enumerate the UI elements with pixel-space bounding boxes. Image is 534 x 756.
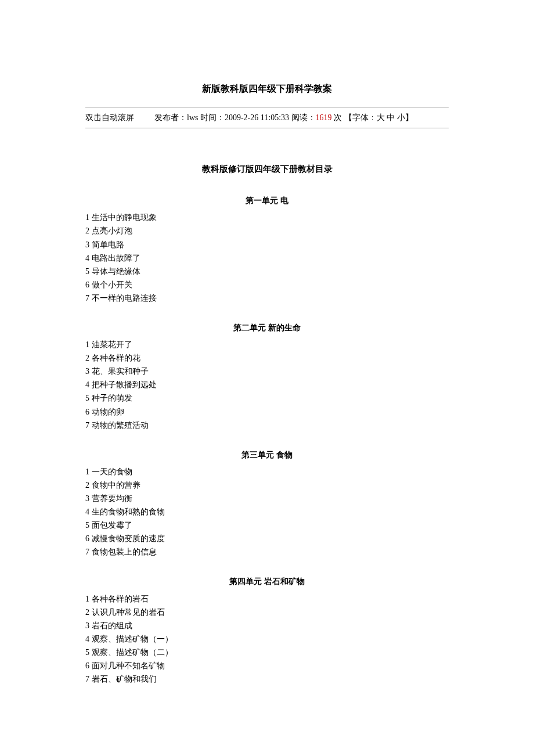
toc-list: 1 一天的食物 2 食物中的营养 3 营养要均衡 4 生的食物和熟的食物 5 面… — [85, 465, 449, 559]
toc-item: 6 动物的卵 — [85, 405, 449, 419]
unit-section: 第一单元 电 1 生活中的静电现象 2 点亮小灯泡 3 简单电路 4 电路出故障… — [85, 194, 449, 305]
document-page: 新版教科版四年级下册科学教案 双击自动滚屏 发布者：lws 时间：2009-2-… — [0, 0, 534, 744]
toc-item: 5 观察、描述矿物（二） — [85, 646, 449, 659]
toc-item: 6 减慢食物变质的速度 — [85, 532, 449, 545]
toc-item: 3 岩石的组成 — [85, 619, 449, 632]
toc-item: 4 观察、描述矿物（一） — [85, 632, 449, 646]
toc-item: 3 花、果实和种子 — [85, 365, 449, 378]
font-label: 【字体： — [344, 113, 377, 122]
meta-row: 双击自动滚屏 发布者：lws 时间：2009-2-26 11:05:33 阅读：… — [85, 107, 449, 128]
time-value: 2009-2-26 11:05:33 — [225, 113, 289, 122]
publisher-label: 发布者： — [154, 113, 187, 122]
font-size-medium[interactable]: 中 — [387, 113, 395, 122]
meta-text: 发布者：lws 时间：2009-2-26 11:05:33 阅读：1619 次 … — [154, 111, 413, 124]
toc-item: 6 面对几种不知名矿物 — [85, 659, 449, 672]
unit-section: 第三单元 食物 1 一天的食物 2 食物中的营养 3 营养要均衡 4 生的食物和… — [85, 448, 449, 559]
unit-section: 第四单元 岩石和矿物 1 各种各样的岩石 2 认识几种常见的岩石 3 岩石的组成… — [85, 575, 449, 686]
unit-heading: 第三单元 食物 — [85, 448, 449, 462]
font-close: 】 — [405, 113, 413, 122]
toc-list: 1 各种各样的岩石 2 认识几种常见的岩石 3 岩石的组成 4 观察、描述矿物（… — [85, 592, 449, 686]
font-sizes: 【字体：大 中 小】 — [344, 113, 413, 122]
toc-list: 1 油菜花开了 2 各种各样的花 3 花、果实和种子 4 把种子散播到远处 5 … — [85, 338, 449, 432]
unit-heading: 第四单元 岩石和矿物 — [85, 575, 449, 588]
divider-bottom — [85, 128, 449, 128]
toc-item: 5 面包发霉了 — [85, 519, 449, 532]
toc-item: 4 电路出故障了 — [85, 251, 449, 265]
font-size-small[interactable]: 小 — [397, 113, 405, 122]
toc-item: 1 一天的食物 — [85, 465, 449, 478]
publisher-value: lws — [187, 113, 198, 122]
document-subtitle: 教科版修订版四年级下册教材目录 — [85, 162, 449, 177]
toc-item: 1 生活中的静电现象 — [85, 211, 449, 224]
toc-item: 6 做个小开关 — [85, 278, 449, 291]
read-count: 1619 — [316, 113, 332, 122]
page-title: 新版教科版四年级下册科学教案 — [85, 81, 449, 96]
toc-item: 7 食物包装上的信息 — [85, 545, 449, 559]
toc-item: 4 把种子散播到远处 — [85, 378, 449, 391]
read-suffix: 次 — [332, 113, 344, 122]
unit-heading: 第一单元 电 — [85, 194, 449, 207]
toc-item: 1 油菜花开了 — [85, 338, 449, 351]
toc-item: 7 岩石、矿物和我们 — [85, 672, 449, 686]
toc-item: 2 各种各样的花 — [85, 351, 449, 365]
toc-item: 7 动物的繁殖活动 — [85, 419, 449, 432]
unit-heading: 第二单元 新的生命 — [85, 321, 449, 334]
read-label: 阅读： — [289, 113, 316, 122]
toc-item: 7 不一样的电路连接 — [85, 291, 449, 305]
toc-item: 5 种子的萌发 — [85, 391, 449, 405]
toc-item: 5 导体与绝缘体 — [85, 265, 449, 278]
unit-section: 第二单元 新的生命 1 油菜花开了 2 各种各样的花 3 花、果实和种子 4 把… — [85, 321, 449, 432]
auto-scroll-hint[interactable]: 双击自动滚屏 — [85, 111, 134, 124]
toc-item: 2 点亮小灯泡 — [85, 224, 449, 237]
toc-item: 1 各种各样的岩石 — [85, 592, 449, 606]
time-label: 时间： — [198, 113, 225, 122]
toc-list: 1 生活中的静电现象 2 点亮小灯泡 3 简单电路 4 电路出故障了 5 导体与… — [85, 211, 449, 305]
font-size-large[interactable]: 大 — [377, 113, 385, 122]
toc-item: 2 食物中的营养 — [85, 478, 449, 492]
toc-item: 4 生的食物和熟的食物 — [85, 505, 449, 519]
toc-item: 2 认识几种常见的岩石 — [85, 606, 449, 619]
toc-item: 3 营养要均衡 — [85, 492, 449, 505]
toc-item: 3 简单电路 — [85, 238, 449, 251]
